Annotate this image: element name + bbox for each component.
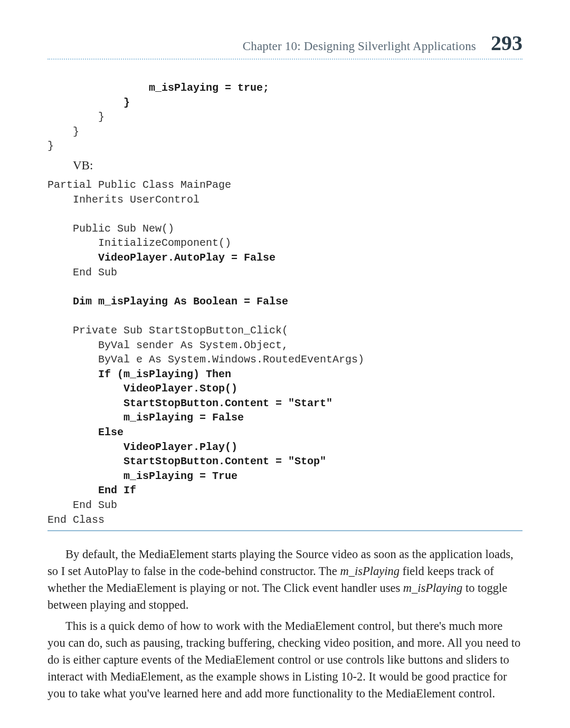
code-line: End Class — [48, 514, 104, 526]
code-line: InitializeComponent() — [48, 237, 231, 249]
running-header: Chapter 10: Designing Silverlight Applic… — [48, 31, 522, 60]
italic-text: m_isPlaying — [403, 581, 463, 595]
chapter-label: Chapter 10: Designing Silverlight Applic… — [243, 40, 476, 53]
code-block-vb: Partial Public Class MainPage Inherits U… — [48, 178, 522, 527]
code-line — [48, 208, 54, 220]
code-line: ByVal e As System.Windows.RoutedEventArg… — [48, 353, 364, 366]
code-line: m_isPlaying = true; — [48, 82, 269, 94]
code-line: StartStopButton.Content = "Start" — [48, 397, 332, 409]
code-line: Inherits UserControl — [48, 194, 200, 206]
code-block-csharp-tail: m_isPlaying = true; } } } } — [48, 81, 522, 154]
code-line: Public Sub New() — [48, 223, 174, 235]
page-number: 293 — [491, 31, 522, 55]
code-line: VideoPlayer.Stop() — [48, 382, 238, 395]
body-text: By default, the MediaElement starts play… — [48, 546, 522, 702]
code-line: } — [48, 126, 79, 138]
code-line: Private Sub StartStopButton_Click( — [48, 324, 288, 337]
code-line: End If — [48, 484, 136, 496]
code-line: If (m_isPlaying) Then — [48, 368, 231, 380]
code-line: } — [48, 97, 130, 109]
code-line: } — [48, 140, 54, 152]
code-line: m_isPlaying = True — [48, 470, 238, 482]
vb-label: VB: — [73, 159, 522, 173]
code-line: } — [48, 111, 104, 123]
code-line: End Sub — [48, 266, 117, 279]
code-line: Else — [48, 426, 124, 438]
separator — [48, 530, 522, 531]
italic-text: m_isPlaying — [340, 564, 400, 578]
code-line — [48, 281, 54, 293]
code-line: Partial Public Class MainPage — [48, 179, 231, 191]
code-line: StartStopButton.Content = "Stop" — [48, 455, 326, 467]
code-line: VideoPlayer.AutoPlay = False — [48, 252, 276, 264]
page: Chapter 10: Designing Silverlight Applic… — [0, 0, 570, 728]
code-line: End Sub — [48, 499, 117, 511]
code-line — [48, 310, 54, 322]
code-line: VideoPlayer.Play() — [48, 441, 238, 453]
paragraph: This is a quick demo of how to work with… — [48, 618, 522, 702]
code-line: Dim m_isPlaying As Boolean = False — [48, 295, 288, 308]
code-line: m_isPlaying = False — [48, 411, 244, 424]
paragraph: By default, the MediaElement starts play… — [48, 546, 522, 614]
code-line: ByVal sender As System.Object, — [48, 339, 288, 351]
